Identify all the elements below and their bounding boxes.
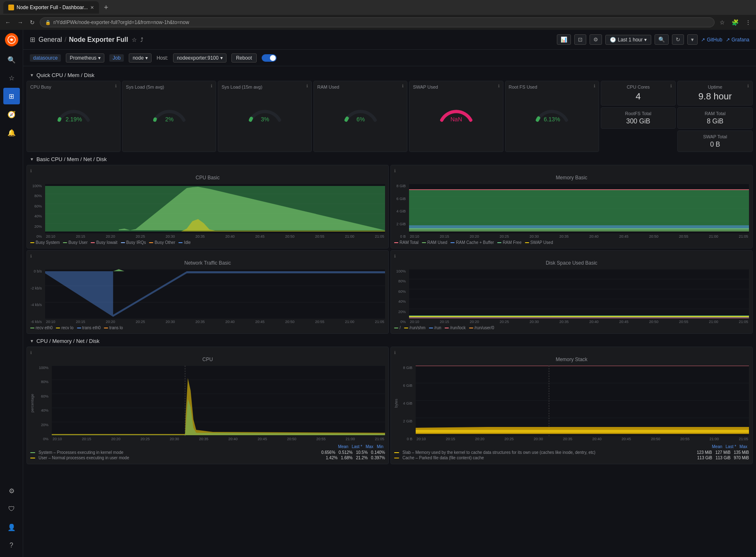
- memory-stack-chart-area: [416, 366, 749, 436]
- svg-text:6%: 6%: [356, 116, 365, 123]
- rootfs-total-value: 300 GiB: [604, 118, 672, 125]
- cpu-basic-title: CPU Basic: [30, 175, 385, 181]
- cpu-memory-section-header[interactable]: ▼ CPU / Memory / Net / Disk: [26, 335, 753, 347]
- variable-bar: datasource Prometheus ▾ Job node ▾ Host:…: [23, 50, 756, 66]
- sidebar-user[interactable]: 👤: [3, 519, 20, 535]
- settings-btn[interactable]: ⚙: [590, 34, 602, 45]
- network-basic-legend: recv eth0 recv lo trans eth0 trans lo: [30, 326, 385, 330]
- reboot-btn[interactable]: Reboot: [231, 53, 257, 63]
- job-select[interactable]: node ▾: [129, 53, 152, 63]
- memory-basic-x-axis: 20:1020:1520:2020:2520:3020:3520:4020:45…: [409, 234, 749, 239]
- cpu-busy-gauge: 2.19%: [30, 91, 117, 124]
- zoom-out-btn[interactable]: 🔍: [655, 34, 669, 45]
- network-basic-info-icon[interactable]: ℹ: [30, 254, 32, 258]
- reload-btn[interactable]: ↻: [28, 18, 36, 27]
- cpu-memory-charts-row: ℹ CPU percentage 100%80%60%40%20%0%: [26, 347, 753, 464]
- rootfs-gauge: 6.13%: [509, 91, 595, 124]
- uptime-value: 9.8 hour: [681, 91, 749, 102]
- refresh-dropdown-btn[interactable]: ▾: [687, 34, 698, 45]
- sidebar-explore[interactable]: 🧭: [3, 106, 20, 123]
- url-text: r/YddIPWk/node-exporter-full?orgId=1&fro…: [53, 19, 189, 25]
- grafana-logo[interactable]: [5, 33, 18, 46]
- grid-icon[interactable]: ⊞: [30, 36, 35, 43]
- memory-basic-title: Memory Basic: [394, 175, 749, 181]
- cpu-busy-panel: CPU Busy ℹ 2.19%: [26, 81, 120, 152]
- disk-space-title: Disk Space Used Basic: [394, 260, 749, 266]
- toggle-switch[interactable]: [262, 54, 277, 62]
- sys-load-15m-info[interactable]: ℹ: [306, 84, 308, 88]
- memory-basic-y-axis: 8 GiB6 GiB4 GiB2 GiB0 B: [394, 184, 407, 239]
- add-panel-btn[interactable]: 📊: [557, 34, 571, 45]
- cpu-chart-info-icon[interactable]: ℹ: [30, 350, 32, 355]
- quick-section-header[interactable]: ▼ Quick CPU / Mem / Disk: [26, 70, 753, 81]
- share-btn[interactable]: ⤴: [140, 36, 143, 43]
- network-basic-title: Network Traffic Basic: [30, 260, 385, 266]
- memory-legend-row-1: Cache – Parked file data (file content) …: [394, 455, 749, 461]
- menu-btn[interactable]: ⋮: [744, 18, 753, 27]
- extensions-btn[interactable]: 🧩: [730, 18, 740, 27]
- memory-basic-legend: RAM Total RAM Used RAM Cache + Buffer RA…: [394, 240, 749, 245]
- sidebar-config[interactable]: ⚙: [3, 482, 20, 499]
- cpu-basic-chart-body: 20:1020:1520:2020:2520:3020:3520:4020:45…: [45, 184, 385, 239]
- svg-marker-21: [409, 190, 749, 229]
- host-select[interactable]: nodeexporter:9100 ▾: [173, 53, 226, 63]
- dashboard-title: Node Exporter Full: [69, 36, 128, 43]
- disk-space-panel: ℹ Disk Space Used Basic 100%80%60%40%20%…: [390, 250, 753, 334]
- sys-load-5m-info[interactable]: ℹ: [211, 84, 212, 88]
- ram-total-label: RAM Total: [681, 111, 749, 116]
- basic-section-title: Basic CPU / Mem / Net / Disk: [36, 156, 107, 162]
- tab-close-btn[interactable]: ✕: [90, 5, 94, 10]
- memory-stack-info-icon[interactable]: ℹ: [394, 350, 396, 355]
- memory-stack-title: Memory Stack: [394, 357, 749, 362]
- disk-space-chart-wrapper: 100%80%60%40%20%0%: [394, 269, 749, 324]
- sidebar-starred[interactable]: ☆: [3, 70, 20, 86]
- sidebar-shield[interactable]: 🛡: [3, 501, 20, 517]
- sys-load-5m-title: Sys Load (5m avg): [126, 84, 212, 89]
- disk-space-legend: / /run/shm /run /run/lock /run/user/0: [394, 326, 749, 330]
- sidebar-help[interactable]: ?: [3, 537, 20, 554]
- time-range-picker[interactable]: 🕐 Last 1 hour ▾: [605, 35, 651, 45]
- cpu-chart-body: 20:1020:1520:2020:2520:3020:3520:4020:45…: [52, 366, 385, 441]
- rootfs-info[interactable]: ℹ: [594, 84, 595, 88]
- mem-col-max-header: Max: [739, 444, 747, 449]
- swap-used-panel: SWAP Used ℹ NaN: [409, 81, 503, 152]
- dashboard-settings-icon[interactable]: ⊡: [574, 34, 586, 45]
- mem-col-mean-header: Mean: [712, 444, 722, 449]
- swap-used-info[interactable]: ℹ: [498, 84, 500, 88]
- cpu-system-mean: 0.656%: [321, 450, 335, 455]
- mem-col-last-header: Last *: [726, 444, 737, 449]
- mem-slab-max: 135 MiB: [734, 450, 749, 455]
- basic-section-header[interactable]: ▼ Basic CPU / Mem / Net / Disk: [26, 154, 753, 165]
- datasource-select[interactable]: Prometheus ▾: [66, 53, 104, 63]
- cpu-basic-info-icon[interactable]: ℹ: [30, 169, 32, 173]
- back-btn[interactable]: ←: [3, 18, 12, 27]
- col-max-header: Max: [366, 444, 373, 449]
- url-bar[interactable]: 🔒 r/YddIPWk/node-exporter-full?orgId=1&f…: [40, 17, 715, 27]
- topbar-title: General / Node Exporter Full: [39, 36, 128, 43]
- new-tab-btn[interactable]: +: [101, 3, 112, 12]
- svg-marker-29: [45, 271, 385, 317]
- host-label: Host:: [156, 55, 168, 61]
- github-link[interactable]: ↗ GitHub: [701, 37, 722, 43]
- forward-btn[interactable]: →: [16, 18, 25, 27]
- star-btn[interactable]: ☆: [132, 36, 137, 43]
- sidebar-search[interactable]: 🔍: [3, 51, 20, 68]
- disk-space-info-icon[interactable]: ℹ: [394, 254, 396, 258]
- sidebar-dashboards[interactable]: ⊞: [3, 88, 20, 104]
- active-tab[interactable]: Node Exporter Full - Dashboar... ✕: [3, 1, 99, 14]
- ram-used-info[interactable]: ℹ: [402, 84, 404, 88]
- cpu-cores-info[interactable]: ℹ: [670, 84, 672, 88]
- cpu-legend-user-label: User – Normal processes executing in use…: [39, 456, 319, 460]
- cpu-legend-row-0: System – Processes executing in kernel m…: [30, 450, 385, 455]
- refresh-btn[interactable]: ↻: [672, 34, 684, 45]
- disk-space-chart-area: [409, 269, 749, 319]
- cpu-busy-info[interactable]: ℹ: [115, 84, 117, 88]
- sys-load-15m-title: Sys Load (15m avg): [222, 84, 308, 89]
- mem-slab-mean: 123 MiB: [697, 450, 712, 455]
- grafana-link[interactable]: ↗ Grafana: [726, 37, 749, 43]
- uptime-info[interactable]: ℹ: [747, 84, 749, 88]
- bookmark-btn[interactable]: ☆: [718, 18, 727, 27]
- uptime-title: Uptime: [681, 84, 749, 89]
- sidebar-alerting[interactable]: 🔔: [3, 124, 20, 141]
- memory-basic-info-icon[interactable]: ℹ: [394, 169, 396, 173]
